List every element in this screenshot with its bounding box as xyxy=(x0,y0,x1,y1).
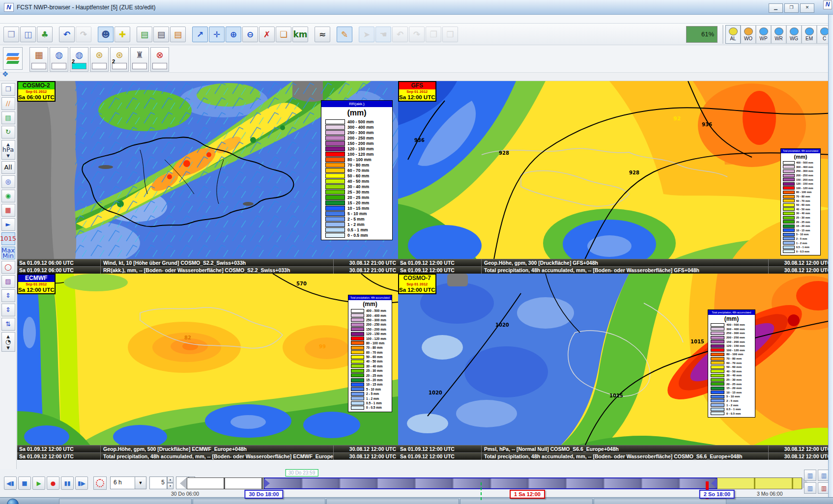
track-start-arrow-icon[interactable] xyxy=(180,477,187,489)
print-export-button[interactable]: ▤ xyxy=(137,27,152,42)
selection-start-label[interactable]: 30 Do 18:00 xyxy=(244,490,283,499)
panel-cosmo7[interactable]: 1020 1015 1015 1020 COSMO-7 Sep 01 2012 … xyxy=(398,274,833,460)
spin-up-icon[interactable]: ▲ xyxy=(167,476,173,483)
record-button[interactable]: ● xyxy=(47,476,59,490)
current-time-label[interactable]: 1 Sa 12:00 xyxy=(510,490,545,499)
scene-map-button[interactable]: ▦ xyxy=(29,47,48,72)
zoom-in-button[interactable]: ⊕ xyxy=(226,27,241,42)
all-levels-button[interactable]: All xyxy=(1,161,15,174)
model-em-button[interactable]: EM xyxy=(802,25,817,44)
print-map-button[interactable]: ▤ xyxy=(170,27,186,42)
isoline-labels-button[interactable]: 1015 xyxy=(1,232,15,245)
selection-end-label[interactable]: 2 So 18:00 xyxy=(699,490,735,499)
print-button[interactable]: ▤ xyxy=(153,27,169,42)
select-button[interactable]: ➤ xyxy=(359,27,374,42)
taskbar-item[interactable] xyxy=(326,499,459,504)
taskbar-item[interactable] xyxy=(193,499,325,504)
scene-symbols-button[interactable]: ⊛ xyxy=(90,47,109,72)
isolines-button[interactable]: ◎ xyxy=(1,175,15,188)
profile-view-button[interactable]: ☻ xyxy=(98,27,114,42)
chevron-down-icon[interactable]: ▼ xyxy=(135,476,146,489)
time-loop-button[interactable]: ▴ ◔ ▾ xyxy=(1,332,15,352)
maximize-button[interactable]: ❐ xyxy=(784,3,799,13)
cosmo2-legend: RR(akk.) (mm) 400 - 500 mm 300 - 400 mm … xyxy=(321,100,393,240)
undo-edit-button[interactable]: ↶ xyxy=(392,27,408,42)
refresh-button[interactable]: ↻ xyxy=(1,126,15,139)
copy-button[interactable]: ❐ xyxy=(426,27,441,42)
grid-zoom-button[interactable]: ⇕ xyxy=(1,304,15,316)
main-toolbar: ❒◫♣↶↷☻✚▤▤▤↗✛⊕⊖✗❏km≈✎➤☚↶↷❐❒ 61% AL WO WP … xyxy=(0,24,833,45)
track-future-segment[interactable] xyxy=(717,477,802,489)
model-toggle-bar: AL WO WP WR WG EM C xyxy=(722,25,832,44)
profile-curve-button[interactable]: ≈ xyxy=(315,27,330,42)
scene-contour-button[interactable]: ◍ xyxy=(50,47,68,72)
model-wo-button[interactable]: WO xyxy=(741,25,756,44)
panel-cosmo2[interactable]: COSMO-2 Sep 01 2012 Sa 06:00 UTC RR(akk.… xyxy=(17,81,398,274)
scene-cross-section-button[interactable]: ♜ xyxy=(130,47,149,72)
save-button[interactable]: ◫ xyxy=(20,27,36,42)
legend-row: 300 - 400 mm xyxy=(708,327,755,332)
animation-button[interactable] xyxy=(93,476,107,490)
track-selected-segment[interactable] xyxy=(264,477,717,489)
timeline-end-label: 3 Mo 06:00 xyxy=(757,491,783,497)
redo-button[interactable]: ↷ xyxy=(76,27,91,42)
panel-ecmwf[interactable]: 570 570 82 99 ECMWF Sep 01 2012 Sa 12:00… xyxy=(17,274,398,460)
draw-button[interactable]: ✎ xyxy=(337,27,352,42)
model-wr-button[interactable]: WR xyxy=(771,25,786,44)
map-images-button[interactable]: ❏ xyxy=(276,27,291,42)
selection-end-handle[interactable] xyxy=(711,478,717,488)
track-past-segment[interactable] xyxy=(187,477,264,489)
grid-move-button[interactable]: ⇅ xyxy=(1,318,15,331)
grid-shift-button[interactable]: ⇕ xyxy=(1,289,15,302)
close-button[interactable]: ✕ xyxy=(800,3,814,13)
wind-barbs-button[interactable]: ► xyxy=(1,218,15,231)
taskbar-item[interactable] xyxy=(59,499,192,504)
menubar xyxy=(0,15,833,24)
taskbar-item[interactable] xyxy=(594,499,726,504)
model-wp-button[interactable]: WP xyxy=(756,25,771,44)
film-save-button[interactable]: ▥ xyxy=(804,470,816,481)
interval-select[interactable]: 6 h ▼ xyxy=(110,476,146,489)
minimize-button[interactable]: ▁ xyxy=(769,3,783,13)
taskbar-item[interactable] xyxy=(460,499,593,504)
progress-indicator: 61% xyxy=(686,26,718,43)
play-button[interactable]: ▶ xyxy=(32,476,45,490)
stop-button[interactable]: ■ xyxy=(18,476,31,490)
hpa-level-button[interactable]: ▴ hPa ▾ xyxy=(1,140,15,160)
isolines-filled-button[interactable]: ◉ xyxy=(1,190,15,202)
redo-edit-button[interactable]: ↷ xyxy=(409,27,425,42)
map-palette-button[interactable]: ▤ xyxy=(1,112,15,124)
model-al-button[interactable]: AL xyxy=(725,25,741,44)
pan-button[interactable]: ✛ xyxy=(209,27,225,42)
panel-gfs[interactable]: 936 928 928 936 92 GFS Sep 01 2012 Sa 12… xyxy=(398,81,833,274)
open-button[interactable]: ❒ xyxy=(3,27,19,42)
frames-spinner[interactable]: 5 ▲▼ xyxy=(149,476,173,489)
zoom-out-button[interactable]: ⊖ xyxy=(242,27,258,42)
data-globe-button[interactable]: ❒ xyxy=(1,83,15,96)
maxmin-button[interactable]: Max Min xyxy=(1,247,15,259)
frog-button[interactable]: ♣ xyxy=(37,27,53,42)
layers-button[interactable] xyxy=(3,47,23,70)
pause-button[interactable]: ▮▮ xyxy=(61,476,74,490)
start-button[interactable] xyxy=(7,499,19,504)
contour-circle-button[interactable]: ◯ xyxy=(1,261,15,274)
scene-symbols2-button[interactable]: ⊛ 2 xyxy=(110,47,129,72)
color-ramp-button[interactable]: ∕∕ xyxy=(1,97,15,110)
km-scale-button[interactable]: km xyxy=(292,27,308,42)
model-wg-button[interactable]: WG xyxy=(786,25,802,44)
undo-button[interactable]: ↶ xyxy=(59,27,75,42)
gridpoint-values-button[interactable]: ▦ xyxy=(1,204,15,217)
paste-button[interactable]: ❒ xyxy=(442,27,458,42)
film-export-button[interactable]: ▥ xyxy=(804,482,816,494)
scene-globe-off-button[interactable]: ⊗ xyxy=(150,47,169,72)
step-forward-button[interactable]: ▮▶ xyxy=(75,476,88,490)
hand-button[interactable]: ☚ xyxy=(375,27,391,42)
palette-folder-button[interactable]: ▨ xyxy=(1,275,15,288)
scene-contour2-button[interactable]: ◍ 2 xyxy=(70,47,88,72)
pointer-arrow-button[interactable]: ↗ xyxy=(192,27,208,42)
crosshair-button[interactable]: ✚ xyxy=(115,27,130,42)
selection-start-handle[interactable] xyxy=(264,478,270,488)
step-back-button[interactable]: ◀▮ xyxy=(4,476,17,490)
delete-track-button[interactable]: ✗ xyxy=(259,27,275,42)
spin-down-icon[interactable]: ▼ xyxy=(167,483,173,489)
